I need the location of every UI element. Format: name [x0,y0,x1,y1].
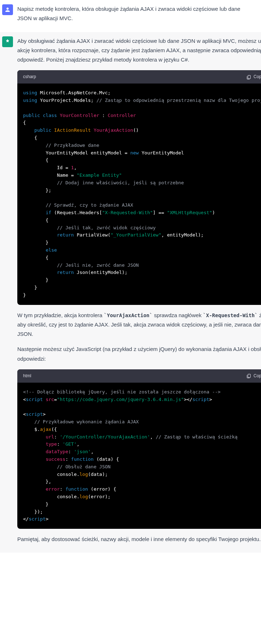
code-block-csharp: csharp Copy code using Microsoft.AspNetC… [17,70,261,305]
clipboard-icon [246,75,251,80]
assistant-avatar [2,36,13,47]
clipboard-icon [246,373,251,378]
copy-code-button[interactable]: Copy code [246,372,261,380]
code-header: html Copy code [17,369,261,383]
user-message: Napisz metodę kontrolera, która obsługuj… [0,0,261,32]
svg-rect-0 [248,75,251,78]
inline-code: `X-Requested-With` [203,312,258,318]
intro-paragraph: Aby obsługiwać żądania AJAX i zwracać wi… [17,36,261,65]
ai-icon [4,39,11,45]
code-body[interactable]: using Microsoft.AspNetCore.Mvc; using Yo… [17,84,261,305]
code-header: csharp Copy code [17,70,261,84]
assistant-content: Aby obsługiwać żądania AJAX i zwracać wi… [17,36,261,544]
user-avatar [2,4,13,15]
svg-rect-1 [248,374,251,378]
inline-code: `YourAjaxAction` [104,312,152,318]
copy-label: Copy code [253,372,261,380]
copy-code-button[interactable]: Copy code [246,73,261,81]
code-language-label: csharp [23,73,36,81]
code-language-label: html [23,372,31,380]
closing-paragraph: Pamiętaj, aby dostosować ścieżki, nazwy … [17,535,261,544]
jquery-paragraph: Następnie możesz użyć JavaScript (na prz… [17,344,261,364]
explanation-paragraph: W tym przykładzie, akcja kontrolera `You… [17,311,261,339]
code-body[interactable]: <!-- Dołącz bibliotekę jQuery, jeśli nie… [17,383,261,529]
assistant-message: Aby obsługiwać żądania AJAX i zwracać wi… [0,32,261,553]
code-block-html: html Copy code <!-- Dołącz bibliotekę jQ… [17,369,261,529]
user-content: Napisz metodę kontrolera, która obsługuj… [17,4,261,23]
user-text: Napisz metodę kontrolera, która obsługuj… [17,4,252,23]
copy-label: Copy code [253,73,261,81]
person-icon [4,6,11,13]
